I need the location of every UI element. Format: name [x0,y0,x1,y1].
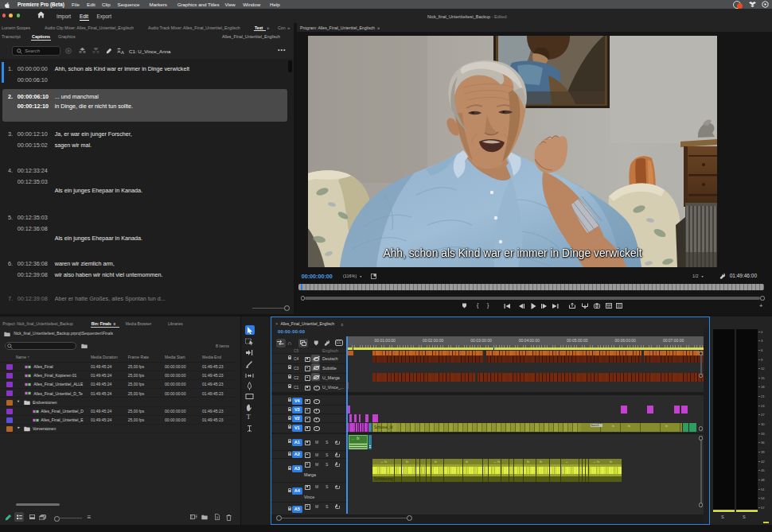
svg-text:A: A [121,49,124,54]
